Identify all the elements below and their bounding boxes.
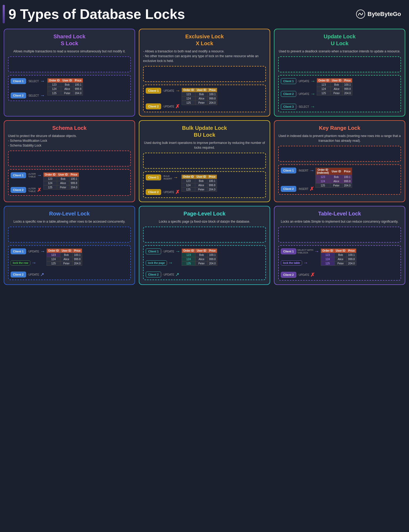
shared-lock-title: Shared LockS Lock <box>8 33 131 47</box>
card-update-lock: Update LockU Lock Used to prevent a dead… <box>274 29 405 117</box>
card-bulk-lock: Bulk Update LockBU Lock Used during bulk… <box>139 120 270 202</box>
bulk-client1: Client 1 <box>146 174 161 180</box>
bulk-lock-table: Order IDUser IDPrice 123Bob100.1 124Alic… <box>181 174 217 192</box>
keyrange-lock-diagram: Client 1 · INSERT → Client 2 · INSERT ✗ … <box>278 164 401 195</box>
card-schema-lock: Schema Lock Used to protect the strucure… <box>4 120 135 202</box>
schema-lock-desc: Used to protect the strucure of database… <box>8 134 131 148</box>
pagelevel-client1: Client 1 <box>146 248 161 254</box>
pagelevel-client2: Client 2 <box>146 272 161 277</box>
tablelevel-client1: Client 1 <box>281 248 296 254</box>
bulk-lock-diagram: Client 1 · BULK INSERT → Client 2 · UPDA… <box>143 171 266 198</box>
schema-lock-table: Order IDUser IDPrice 123Bob100.1 124Alic… <box>43 172 79 190</box>
bulk-lock-desc: Used during bulk insert operations to im… <box>143 140 266 150</box>
brand: ByteByteGo <box>356 9 401 19</box>
exclusive-lock-title: Exclusive LockX Lock <box>143 33 266 47</box>
pagelevel-lock-diagram: Client 1 · UPDATE → lock the page → Clie… <box>143 245 266 280</box>
brand-icon <box>356 9 365 19</box>
keyrange-client2: Client 2 <box>281 186 296 192</box>
card-keyrange-lock: Key Range Lock Used in indexed data to p… <box>274 120 405 202</box>
lock-the-row-box: lock the row <box>11 260 30 265</box>
update-lock-title: Update LockU Lock <box>278 33 401 47</box>
keyrange-lock-title: Key Range Lock <box>278 124 401 131</box>
update-lock-diagram: Client 1 · UPDATE → Client 2 · UPDATE → … <box>278 75 401 112</box>
update-lock-table: Order IDUser IDPrice 123Bob100.1 124Alic… <box>317 78 352 95</box>
schema-client1: Client 1 <box>11 172 26 178</box>
keyrange-lock-desc: Used in indexed data to prevent phantom … <box>278 134 401 143</box>
rowlevel-lock-title: Row-Level Lock <box>8 210 131 217</box>
shared-lock-diagram-placeholder <box>8 56 131 72</box>
tablelevel-lock-title: Table-Level Lock <box>278 210 401 217</box>
lock-the-page-box: lock the page <box>146 260 167 265</box>
schema-lock-title: Schema Lock <box>8 124 131 131</box>
rowlevel-lock-desc: Locks a specific row in a table,allowing… <box>8 219 131 224</box>
exclusive-lock-diagram-placeholder <box>143 66 266 82</box>
page-title: 9 Types of Database Locks <box>9 6 185 22</box>
tablelevel-lock-diagram-placeholder <box>278 227 401 243</box>
pagelevel-lock-table: Order IDUser IDPrice 123Bob100.1 124Alic… <box>182 248 217 266</box>
keyrange-lock-table: Order ID(indexed)User IDPrice 123Bob100.… <box>315 168 352 188</box>
shared-lock-diagram: Client 1 · SELECT → Client 2 · SELECT → … <box>8 75 131 101</box>
keyrange-client1: Client 1 <box>281 168 296 173</box>
shared-lock-desc: Allows multiple transactions to read a r… <box>8 49 131 54</box>
lock-the-table-box: lock the table <box>281 260 302 265</box>
pagelevel-lock-desc: Locks a specific page (a fixed-size bloc… <box>143 219 266 224</box>
schema-lock-diagram-placeholder <box>8 151 131 167</box>
rowlevel-lock-diagram: Client 1 · UPDATE → lock the row → Clien… <box>8 245 131 280</box>
header: 9 Types of Database Locks ByteByteGo <box>0 0 409 26</box>
card-grid: Shared LockS Lock Allows multiple transa… <box>0 26 409 290</box>
exclusive-lock-diagram: Client 1 · UPDATE → Client 2 · UPDATE ✗ … <box>143 85 266 112</box>
tablelevel-lock-diagram: Client 1 SELECT WITHTABLOCK → lock the t… <box>278 245 401 281</box>
exclusive-lock-table: Order IDUser IDPrice 123Bob100.1 124Alic… <box>182 88 217 105</box>
exclusive-lock-desc: - Allows a transaction to both read and … <box>143 49 266 63</box>
update-lock-diagram-placeholder <box>278 56 401 72</box>
rowlevel-client2: Client 2 <box>11 272 26 277</box>
shared-lock-table: Order IDUser IDPrice 123Bob100.1 124Alic… <box>47 78 83 95</box>
tablelevel-lock-desc: Locks an entire table.Simple to implemen… <box>278 219 401 224</box>
brand-name: ByteByteGo <box>368 11 401 18</box>
rowlevel-lock-diagram-placeholder <box>8 227 131 243</box>
update-client1: Client 1 <box>281 78 296 84</box>
update-client2: Client 2 <box>281 91 296 97</box>
schema-lock-diagram: Client 1 · ALTER TABLE → Client 2 · ALTE… <box>8 169 131 196</box>
header-bar <box>3 5 5 23</box>
bulk-lock-diagram-placeholder <box>143 153 266 169</box>
pagelevel-lock-title: Page-Level Lock <box>143 210 266 217</box>
shared-client1: Client 1 <box>11 78 26 84</box>
card-shared-lock: Shared LockS Lock Allows multiple transa… <box>4 29 135 117</box>
card-exclusive-lock: Exclusive LockX Lock - Allows a transact… <box>139 29 270 117</box>
rowlevel-lock-table: Order IDUser IDPrice 123Bob100.1 124Alic… <box>47 248 82 266</box>
tablelevel-client2: Client 2 <box>281 272 296 278</box>
card-tablelevel-lock: Table-Level Lock Locks an entire table.S… <box>274 206 405 285</box>
update-client3: Client 3 <box>281 104 296 110</box>
schema-client2: Client 2 <box>11 187 26 193</box>
keyrange-lock-diagram-placeholder <box>278 146 401 162</box>
exclusive-client2: Client 2 <box>146 103 161 109</box>
rowlevel-client1: Client 1 <box>11 248 26 254</box>
pagelevel-lock-diagram-placeholder <box>143 227 266 243</box>
bulk-client2: Client 2 <box>146 189 161 195</box>
card-pagelevel-lock: Page-Level Lock Locks a specific page (a… <box>139 206 270 285</box>
update-lock-desc: Used to prevent a deadlock scenario when… <box>278 49 401 54</box>
shared-client2: Client 2 <box>11 93 26 98</box>
exclusive-client1: Client 1 <box>146 88 161 94</box>
card-rowlevel-lock: Row-Level Lock Locks a specific row in a… <box>4 206 135 285</box>
tablelevel-lock-table: Order IDUser IDPrice 123Bob100.1 124Alic… <box>321 248 356 266</box>
header-left: 9 Types of Database Locks <box>3 5 185 23</box>
bulk-lock-title: Bulk Update LockBU Lock <box>143 124 266 138</box>
